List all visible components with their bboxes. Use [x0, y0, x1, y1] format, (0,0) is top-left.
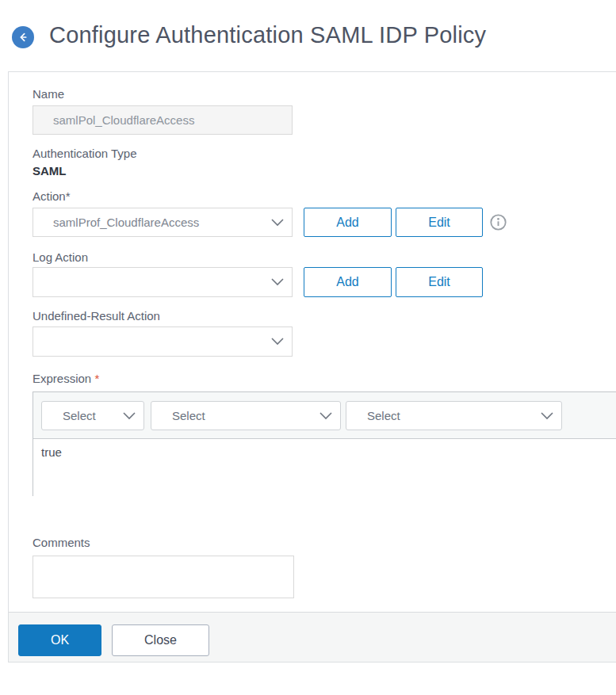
undefined-result-action-select[interactable]	[33, 326, 293, 357]
ok-button[interactable]: OK	[18, 624, 101, 656]
config-form-panel: Name samlPol_CloudflareAccess Authentica…	[8, 71, 616, 663]
expression-required-mark: *	[94, 372, 99, 385]
action-add-button[interactable]: Add	[304, 208, 392, 237]
info-icon[interactable]	[490, 214, 507, 231]
expression-select-1[interactable]: Select	[41, 401, 144, 430]
log-action-edit-button[interactable]: Edit	[396, 267, 483, 297]
arrow-left-icon	[17, 31, 29, 44]
action-edit-button[interactable]: Edit	[396, 208, 483, 237]
expression-select-2-value: Select	[172, 409, 205, 422]
expression-toolbar: Select Select Select	[33, 392, 616, 439]
comments-input[interactable]	[33, 556, 294, 598]
log-action-select[interactable]	[33, 267, 293, 297]
auth-type-label: Authentication Type	[33, 147, 136, 160]
comments-label: Comments	[33, 536, 90, 549]
action-label: Action*	[33, 189, 71, 203]
action-select-value: samlProf_CloudflareAccess	[53, 216, 199, 229]
chevron-down-icon	[271, 219, 284, 227]
page-title: Configure Authentication SAML IDP Policy	[49, 22, 486, 48]
chevron-down-icon	[319, 412, 332, 420]
log-action-add-button[interactable]: Add	[304, 267, 392, 297]
chevron-down-icon	[541, 412, 553, 420]
name-input: samlPol_CloudflareAccess	[33, 105, 293, 135]
chevron-down-icon	[271, 338, 284, 346]
chevron-down-icon	[271, 278, 284, 286]
name-label: Name	[33, 87, 64, 101]
undefined-result-action-label: Undefined-Result Action	[33, 309, 160, 323]
expression-select-1-value: Select	[63, 409, 96, 422]
action-select[interactable]: samlProf_CloudflareAccess	[33, 208, 293, 237]
expression-label: Expression *	[33, 372, 99, 385]
auth-type-value: SAML	[33, 164, 67, 178]
expression-editor: Select Select Select true	[33, 391, 616, 496]
back-button[interactable]	[12, 26, 34, 48]
log-action-label: Log Action	[33, 250, 88, 264]
expression-label-text: Expression	[33, 372, 91, 385]
footer-bar: OK Close	[9, 612, 616, 662]
expression-input[interactable]: true	[33, 439, 616, 496]
expression-select-3-value: Select	[367, 409, 400, 422]
expression-select-3[interactable]: Select	[346, 401, 562, 430]
expression-select-2[interactable]: Select	[151, 401, 341, 430]
chevron-down-icon	[123, 412, 136, 420]
close-button[interactable]: Close	[112, 624, 209, 656]
